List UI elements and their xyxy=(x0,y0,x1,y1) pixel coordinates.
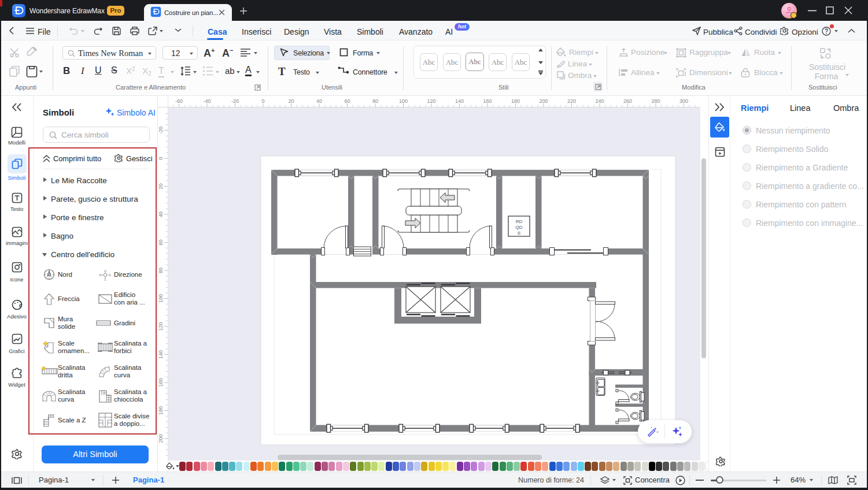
svg-text:60: 60 xyxy=(344,98,350,104)
svg-text:60: 60 xyxy=(158,239,164,245)
svg-text:260: 260 xyxy=(623,98,632,104)
svg-text:20: 20 xyxy=(288,98,294,104)
svg-text:20: 20 xyxy=(158,183,164,189)
svg-text:160: 160 xyxy=(158,378,164,387)
svg-text:120: 120 xyxy=(158,322,164,331)
svg-text:-60: -60 xyxy=(175,98,183,104)
svg-text:180: 180 xyxy=(511,98,520,104)
svg-text:220: 220 xyxy=(567,98,576,104)
svg-text:80: 80 xyxy=(158,268,164,273)
svg-text:140: 140 xyxy=(158,350,164,359)
svg-text:240: 240 xyxy=(595,98,604,104)
svg-text:S: S xyxy=(518,231,520,236)
svg-text:0: 0 xyxy=(261,98,264,104)
svg-text:QD: QD xyxy=(516,225,523,230)
svg-text:160: 160 xyxy=(483,98,492,104)
svg-text:0: 0 xyxy=(158,157,164,159)
svg-text:100: 100 xyxy=(399,98,408,104)
svg-text:300: 300 xyxy=(679,98,688,104)
svg-text:100: 100 xyxy=(158,294,164,303)
svg-text:140: 140 xyxy=(455,98,464,104)
svg-text:280: 280 xyxy=(651,98,660,104)
svg-text:40: 40 xyxy=(158,211,164,217)
svg-text:-20: -20 xyxy=(231,98,239,104)
svg-text:120: 120 xyxy=(427,98,435,104)
svg-text:-20: -20 xyxy=(158,127,164,134)
svg-text:40: 40 xyxy=(316,98,322,104)
svg-text:80: 80 xyxy=(372,98,378,104)
svg-text:-40: -40 xyxy=(203,98,210,104)
svg-text:200: 200 xyxy=(539,98,548,104)
svg-text:180: 180 xyxy=(158,406,164,415)
svg-text:RD: RD xyxy=(516,219,523,224)
svg-text:200: 200 xyxy=(158,434,164,443)
